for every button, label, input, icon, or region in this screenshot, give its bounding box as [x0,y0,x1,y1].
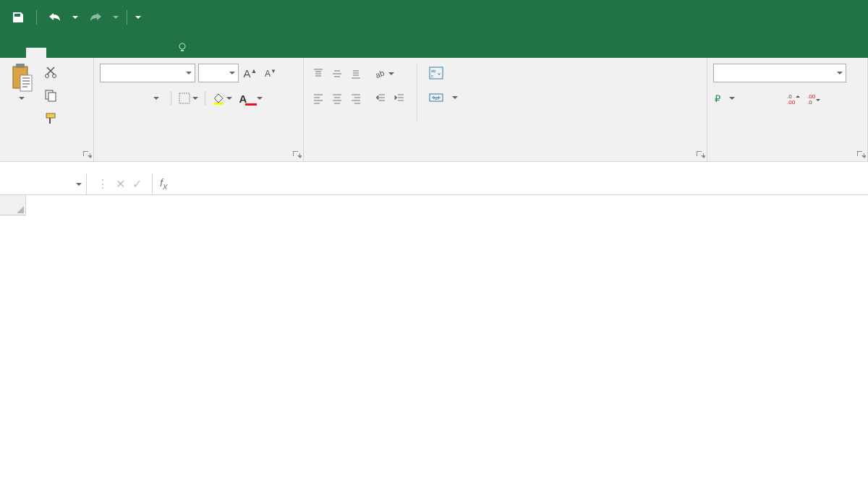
increase-indent-button[interactable] [391,90,408,107]
svg-point-4 [46,74,49,78]
wrap-icon: abc [429,67,443,80]
tab-file[interactable] [6,48,26,58]
svg-point-5 [53,74,56,78]
merge-icon: a [429,91,443,104]
grow-font-button[interactable]: A▲ [242,64,259,82]
accounting-format-button[interactable]: ₽ [713,90,736,107]
svg-text:c: c [431,74,433,78]
svg-rect-10 [213,103,224,105]
decrease-indent-button[interactable] [372,90,389,107]
outdent-icon [375,93,386,104]
tab-formulas[interactable] [87,48,107,58]
fx-label: fx [153,176,174,192]
align-top-button[interactable] [310,65,327,82]
scissors-icon [44,66,57,79]
svg-text:a: a [435,95,438,100]
decrease-decimal-button[interactable]: .00.0 [806,90,823,107]
tab-layout[interactable] [67,48,87,58]
inc-decimal-icon: .0.00 [787,93,801,104]
svg-text:ab: ab [431,69,436,73]
svg-rect-7 [48,93,56,101]
redo-dropdown[interactable] [111,7,121,28]
align-left-icon [312,93,324,104]
align-center-button[interactable] [328,90,346,107]
svg-text:.0: .0 [807,99,812,104]
align-middle-icon [331,68,343,80]
border-icon [179,93,190,104]
svg-rect-2 [16,64,25,68]
dec-decimal-icon: .00.0 [807,93,822,104]
increase-decimal-button[interactable]: .0.00 [786,90,803,107]
fill-color-button[interactable] [210,90,234,107]
name-box[interactable] [0,174,87,194]
align-left-button[interactable] [310,90,327,107]
number-group-label [713,157,861,160]
svg-point-0 [179,43,185,49]
clipboard-dialog-launcher[interactable] [82,150,92,160]
align-middle-button[interactable] [328,65,346,82]
align-right-icon [350,93,362,104]
tab-data[interactable] [107,48,127,58]
merge-center-button[interactable]: a [426,90,461,106]
clipboard-group-label [6,157,88,160]
tell-me-search[interactable] [176,42,192,58]
comma-button[interactable] [760,90,777,107]
qat-customize[interactable] [133,7,143,28]
borders-button[interactable] [176,90,200,107]
italic-button[interactable] [122,90,139,107]
align-center-icon [331,93,343,104]
cut-button[interactable] [42,64,59,81]
save-button[interactable] [6,7,30,28]
svg-rect-9 [179,93,190,103]
tab-insert[interactable] [46,48,67,58]
align-top-icon [312,68,324,80]
font-dialog-launcher[interactable] [292,150,302,160]
format-painter-button[interactable] [42,110,59,127]
undo-dropdown[interactable] [70,7,80,28]
indent-icon [393,93,405,104]
font-size-combo[interactable] [198,64,239,82]
bold-button[interactable] [100,90,117,107]
cancel-formula-button[interactable]: ✕ [116,177,125,191]
svg-rect-8 [46,114,55,118]
svg-text:₽: ₽ [715,93,720,104]
align-right-button[interactable] [347,90,365,107]
number-format-combo[interactable] [713,64,846,82]
alignment-group-label [310,157,701,160]
tab-view[interactable] [148,48,168,58]
brush-icon [44,112,57,125]
fx-expand-icon[interactable]: ⋮ [97,177,109,191]
enter-formula-button[interactable]: ✓ [132,177,142,191]
align-bottom-button[interactable] [347,65,365,82]
undo-button[interactable] [43,7,67,28]
bucket-icon [212,92,225,105]
tab-home[interactable] [26,48,46,58]
svg-text:.00: .00 [787,99,796,104]
underline-button[interactable] [143,90,166,107]
copy-icon [44,89,57,102]
percent-button[interactable] [739,90,757,107]
alignment-dialog-launcher[interactable] [695,150,705,160]
font-color-button[interactable]: A [239,90,263,107]
copy-button[interactable] [42,87,59,104]
clipboard-icon [9,62,35,94]
currency-icon: ₽ [715,93,728,104]
font-group-label [100,157,297,160]
svg-text:ab: ab [374,69,386,80]
orientation-icon: ab [374,68,387,80]
number-dialog-launcher[interactable] [856,150,866,160]
select-all-button[interactable] [0,195,26,215]
redo-button[interactable] [83,7,108,28]
paste-button[interactable] [6,61,38,101]
lightbulb-icon [176,42,188,53]
shrink-font-button[interactable]: A▼ [262,64,279,82]
tab-review[interactable] [127,48,148,58]
font-name-combo[interactable] [100,64,195,82]
align-bottom-icon [350,68,362,80]
wrap-text-button[interactable]: abc [426,65,461,81]
orientation-button[interactable]: ab [372,65,396,82]
